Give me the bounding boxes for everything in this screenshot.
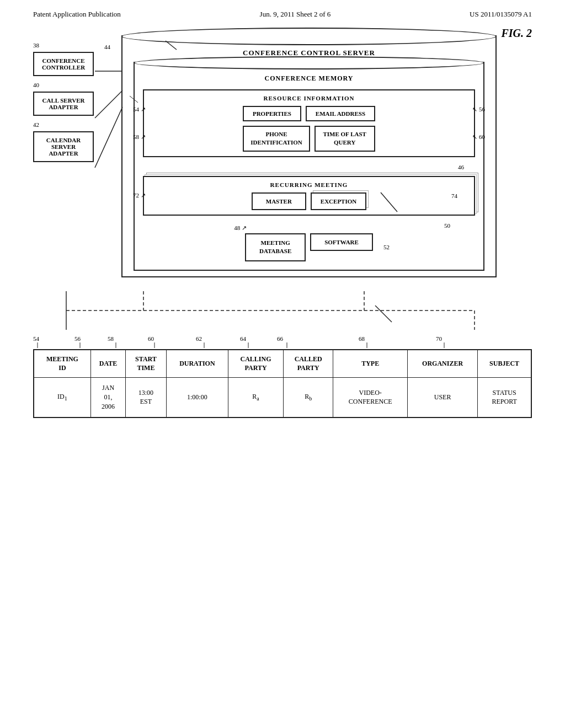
col-refs-row: 54 56 58 60 62 64 66 68 70 [33,333,532,349]
table-row: ID1 JAN 01, 2006 13:00 EST 1:00:00 Ra Rb… [34,378,531,417]
exception-group: EXCEPTION [311,192,366,210]
th-calling-party: CALLING PARTY [228,350,284,378]
td-subject: STATUS REPORT [478,378,531,417]
software-cell: SOFTWARE [310,233,373,251]
header-right: US 2011/0135079 A1 [470,10,532,19]
ref-60-diagram: ↖ 60 [472,133,485,141]
data-table: MEETING ID DATE START TIME DURATION CALL… [34,350,531,417]
ref-44: 44 [104,44,110,50]
th-subject: SUBJECT [478,350,531,378]
dashed-svg [33,288,532,333]
recurring-meeting-box: RECURRING MEETING 72 ↗ 74 MASTER EXCEPTI… [143,176,475,216]
table-header-row: MEETING ID DATE START TIME DURATION CALL… [34,350,531,378]
master-cell: MASTER [252,192,306,210]
td-meeting-id: ID1 [34,378,91,417]
recurring-meeting-label: RECURRING MEETING [148,181,470,188]
ref-58-diagram: 58 ↗ [133,133,146,141]
left-boxes: 38 CONFERENCE CONTROLLER 40 CALL SERVER … [33,52,94,162]
recurring-row: MASTER EXCEPTION [148,192,470,210]
ref-56-diagram: ↖ 56 [472,106,485,113]
th-organizer: ORGANIZER [407,350,477,378]
time-of-last-query-cell: TIME OF LAST QUERY [315,126,375,152]
ref-50-area: 50 [137,220,481,231]
calendar-server-adapter-group: 42 CALENDAR SERVER ADAPTER [33,131,94,162]
recurring-meeting-group: RECURRING MEETING 72 ↗ 74 MASTER EXCEPTI… [143,176,475,216]
header-center: Jun. 9, 2011 Sheet 2 of 6 [260,10,331,19]
td-duration: 1:00:00 [166,378,228,417]
ref-48: 48 ↗ [234,224,247,232]
diagram-container: 22 FIG. 2 38 CONFERENCE CONTROLLER 40 CA… [33,35,532,277]
resource-row-1: PROPERTIES EMAIL ADDRESS [148,106,470,121]
td-type: VIDEO- CONFERENCE [333,378,408,417]
outer-server-box: CONFERENCE CONTROL SERVER 44 CONFERENCE … [121,35,497,277]
calendar-server-adapter-box: CALENDAR SERVER ADAPTER [33,131,94,162]
ref-40: 40 [33,82,39,88]
call-server-adapter-group: 40 CALL SERVER ADAPTER [33,92,94,116]
phone-id-cell: PHONE IDENTIFICATION [243,126,310,152]
col-ref-lines-svg [33,333,532,349]
exception-cell: EXCEPTION [311,192,366,210]
conference-controller-group: 38 CONFERENCE CONTROLLER [33,52,94,76]
ref-52: 52 [383,244,390,250]
ref-72: 72 ↗ [133,192,146,199]
resource-info-label: RESOURCE INFORMATION [148,95,470,101]
ref-74: 74 [451,192,457,199]
memory-cylinder-top [134,56,484,69]
cylinder-top [121,28,497,45]
fig-label: FIG. 2 [501,27,532,40]
td-organizer: USER [407,378,477,417]
header-left: Patent Application Publication [33,10,121,19]
td-called-party: Rb [283,378,333,417]
page-header: Patent Application Publication Jun. 9, 2… [0,0,565,24]
call-server-adapter-box: CALL SERVER ADAPTER [33,92,94,116]
svg-line-3 [95,107,122,168]
email-address-cell: EMAIL ADDRESS [306,106,375,121]
th-start-time: START TIME [126,350,166,378]
ref-46: 46 [458,164,464,170]
conference-memory-box: 44 CONFERENCE MEMORY RESOURCE INFORMATIO… [134,62,484,271]
ref-38: 38 [33,42,39,49]
th-type: TYPE [333,350,408,378]
td-date: JAN 01, 2006 [90,378,126,417]
bottom-boxes-row: 48 ↗ MEETING DATABASE 52 SOFTWARE [143,233,475,261]
th-date: DATE [90,350,126,378]
conference-controller-box: CONFERENCE CONTROLLER [33,52,94,76]
ref-54-diagram: 54 ↗ [133,106,146,113]
software-group: 52 SOFTWARE [310,233,373,261]
meeting-db-cell: MEETING DATABASE [245,233,306,261]
td-start-time: 13:00 EST [126,378,166,417]
th-duration: DURATION [166,350,228,378]
dashed-lines-area [33,288,532,333]
resource-info-box: RESOURCE INFORMATION 54 ↗ ↖ 56 PROPERTIE… [143,89,475,157]
th-called-party: CALLED PARTY [283,350,333,378]
meeting-db-group: 48 ↗ MEETING DATABASE [245,233,306,261]
properties-cell: PROPERTIES [243,106,301,121]
th-meeting-id: MEETING ID [34,350,91,378]
ref-42: 42 [33,121,39,128]
data-table-container: MEETING ID DATE START TIME DURATION CALL… [33,349,532,418]
ref-50: 50 [444,222,450,229]
svg-line-2 [95,90,122,118]
td-calling-party: Ra [228,378,284,417]
resource-row-2: PHONE IDENTIFICATION TIME OF LAST QUERY [148,126,470,152]
